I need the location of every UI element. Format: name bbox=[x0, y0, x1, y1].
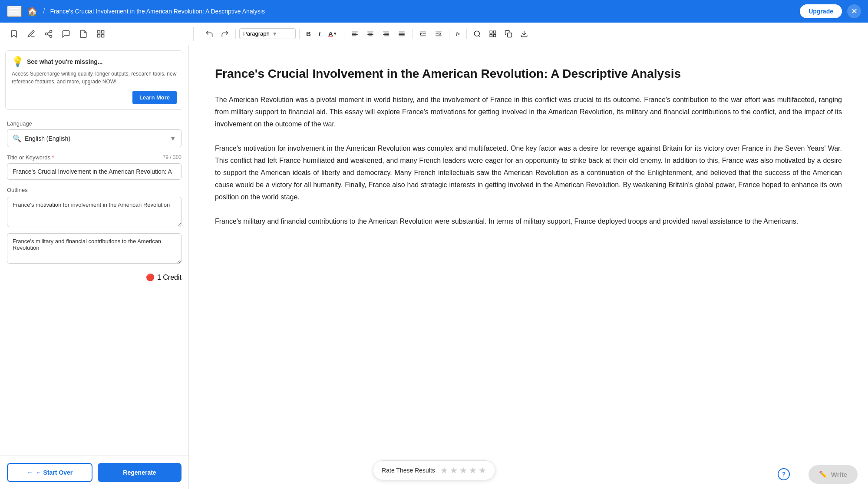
italic-button[interactable]: I bbox=[316, 28, 323, 40]
breadcrumb-separator: / bbox=[43, 7, 45, 15]
language-search-icon: 🔍 bbox=[13, 134, 21, 142]
svg-rect-7 bbox=[102, 34, 104, 37]
credit-row: 🔴 1 Credit bbox=[7, 273, 182, 281]
undo-button[interactable] bbox=[202, 27, 216, 41]
title-counter: 79 / 300 bbox=[163, 154, 182, 160]
right-toolbar: Paragraph ▼ B I A ▼ Ix bbox=[195, 27, 861, 41]
credit-icon: 🔴 bbox=[146, 273, 155, 281]
svg-rect-5 bbox=[98, 30, 100, 33]
download-button[interactable] bbox=[517, 28, 531, 40]
start-over-label: ← Start Over bbox=[36, 469, 73, 476]
credit-label: 1 Credit bbox=[157, 274, 182, 281]
title-required: * bbox=[52, 154, 54, 161]
document-icon[interactable] bbox=[76, 27, 90, 41]
outline-textarea-1[interactable] bbox=[7, 197, 182, 227]
star-3[interactable]: ★ bbox=[459, 465, 467, 476]
text-color-button[interactable]: A ▼ bbox=[325, 28, 340, 40]
svg-rect-6 bbox=[102, 30, 104, 33]
svg-point-1 bbox=[46, 33, 48, 35]
editor-toolbar: Paragraph ▼ B I A ▼ Ix bbox=[0, 23, 868, 45]
paragraph-3: France's military and financial contribu… bbox=[215, 215, 842, 228]
align-right-button[interactable] bbox=[379, 28, 393, 40]
indent-decrease-button[interactable] bbox=[416, 28, 430, 40]
paragraph-1: The American Revolution was a pivotal mo… bbox=[215, 94, 842, 130]
write-button[interactable]: ✏️ Write bbox=[809, 465, 858, 484]
language-chevron-icon: ▼ bbox=[170, 135, 176, 142]
learn-more-button[interactable]: Learn More bbox=[132, 91, 177, 104]
write-label: Write bbox=[831, 471, 847, 478]
svg-line-4 bbox=[47, 32, 50, 33]
bottom-buttons: ← ← Start Over Regenerate bbox=[0, 456, 188, 489]
font-style-select[interactable]: Paragraph ▼ bbox=[239, 28, 296, 39]
font-style-label: Paragraph bbox=[243, 30, 270, 37]
left-toolbar bbox=[7, 27, 194, 41]
search-button[interactable] bbox=[470, 28, 484, 40]
outlines-label: Outlines bbox=[7, 187, 182, 193]
form-section: Language 🔍 English (English) ▼ Title or … bbox=[0, 115, 188, 456]
clear-format-button[interactable]: Ix bbox=[453, 28, 463, 40]
bold-button[interactable]: B bbox=[303, 28, 314, 40]
outline-textarea-2[interactable] bbox=[7, 233, 182, 264]
align-center-button[interactable] bbox=[363, 28, 377, 40]
title-label: Title or Keywords * 79 / 300 bbox=[7, 154, 182, 161]
svg-line-3 bbox=[47, 34, 50, 36]
star-1[interactable]: ★ bbox=[440, 465, 448, 476]
toolbar-divider-6 bbox=[466, 29, 467, 39]
svg-rect-33 bbox=[490, 31, 492, 33]
upgrade-button[interactable]: Upgrade bbox=[800, 4, 842, 18]
main-layout: 💡 See what you're missing... Access Supe… bbox=[0, 45, 868, 489]
toolbar-divider-4 bbox=[412, 29, 413, 39]
toolbar-divider-1 bbox=[235, 29, 236, 39]
rate-results-bar: Rate These Results ★ ★ ★ ★ ★ bbox=[373, 460, 495, 480]
pen-icon[interactable] bbox=[24, 27, 38, 41]
upgrade-banner: 💡 See what you're missing... Access Supe… bbox=[5, 50, 183, 110]
paragraph-2: France's motivation for involvement in t… bbox=[215, 142, 842, 203]
layout-button[interactable] bbox=[486, 28, 500, 40]
upgrade-banner-title: See what you're missing... bbox=[27, 58, 103, 65]
svg-rect-36 bbox=[490, 34, 492, 36]
regenerate-button[interactable]: Regenerate bbox=[98, 463, 182, 482]
star-rating[interactable]: ★ ★ ★ ★ ★ bbox=[440, 465, 486, 476]
bulb-icon: 💡 bbox=[12, 56, 23, 67]
svg-point-0 bbox=[50, 30, 52, 32]
svg-rect-8 bbox=[98, 34, 100, 37]
menu-button[interactable] bbox=[7, 6, 22, 17]
star-5[interactable]: ★ bbox=[479, 465, 486, 476]
left-sidebar: 💡 See what you're missing... Access Supe… bbox=[0, 45, 189, 489]
help-button[interactable]: ? bbox=[778, 468, 790, 480]
svg-line-32 bbox=[479, 35, 480, 36]
write-pen-icon: ✏️ bbox=[819, 470, 828, 479]
language-select[interactable]: 🔍 English (English) ▼ bbox=[7, 129, 182, 147]
start-over-button[interactable]: ← ← Start Over bbox=[7, 463, 92, 482]
svg-point-31 bbox=[474, 31, 479, 36]
align-justify-button[interactable] bbox=[395, 28, 409, 40]
toolbar-divider-2 bbox=[299, 29, 300, 39]
star-4[interactable]: ★ bbox=[469, 465, 477, 476]
upgrade-banner-header: 💡 See what you're missing... bbox=[12, 56, 177, 67]
language-value: English (English) bbox=[25, 135, 166, 142]
toolbar-divider-5 bbox=[449, 29, 449, 39]
document-title: France's Crucial Involvement in the Amer… bbox=[215, 66, 842, 82]
share-icon[interactable] bbox=[42, 27, 56, 41]
comment-icon[interactable] bbox=[59, 27, 73, 41]
svg-rect-37 bbox=[508, 33, 512, 37]
copy-button[interactable] bbox=[502, 28, 515, 40]
language-label: Language bbox=[7, 120, 182, 127]
align-left-button[interactable] bbox=[348, 28, 362, 40]
redo-button[interactable] bbox=[218, 27, 232, 41]
star-2[interactable]: ★ bbox=[450, 465, 458, 476]
bookmark-icon[interactable] bbox=[7, 27, 21, 41]
title-input[interactable] bbox=[7, 163, 182, 180]
svg-rect-35 bbox=[493, 34, 495, 36]
home-icon[interactable]: 🏠 bbox=[27, 6, 38, 17]
indent-increase-button[interactable] bbox=[432, 28, 446, 40]
upgrade-banner-text: Access Supercharge writing quality, long… bbox=[12, 70, 177, 86]
breadcrumb-title: France's Crucial Involvement in the Amer… bbox=[50, 8, 795, 15]
content-area: France's Crucial Involvement in the Amer… bbox=[189, 45, 868, 489]
rate-label: Rate These Results bbox=[382, 467, 435, 474]
close-button[interactable]: ✕ bbox=[847, 4, 861, 18]
library-icon[interactable] bbox=[94, 27, 108, 41]
toolbar-divider-3 bbox=[344, 29, 344, 39]
start-over-arrow-icon: ← bbox=[27, 469, 33, 476]
top-navigation: 🏠 / France's Crucial Involvement in the … bbox=[0, 0, 868, 23]
